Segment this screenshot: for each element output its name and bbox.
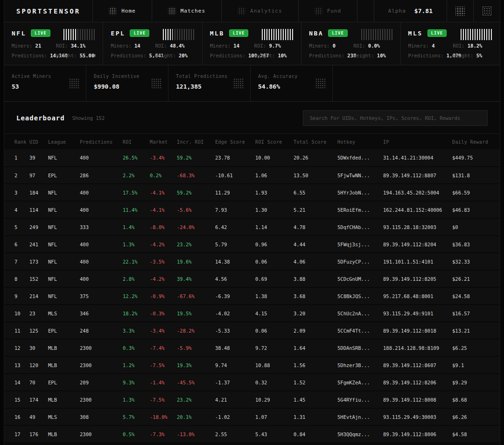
cell-incr-roi: 59.2% — [175, 149, 213, 167]
cell-uid: 23 — [28, 305, 46, 322]
cell-incr-roi: -13.0% — [175, 425, 213, 443]
cell-incr-roi: -45.5% — [175, 374, 213, 391]
cell-daily-reward: $8.68 — [450, 391, 500, 408]
league-stat-label: Weight: — [254, 53, 278, 58]
cell-uid: 125 — [28, 322, 46, 339]
league-stat-predictions: Predictions: 14,160 — [12, 53, 56, 58]
tab-analytics[interactable]: Analytics — [222, 0, 298, 22]
summary-stat-value: 53 — [12, 83, 78, 90]
tab-fund[interactable]: Fund — [299, 0, 357, 22]
table-row[interactable]: 8152NFL4002.8%-4.2%39.4%4.560.693.885CDc… — [4, 270, 500, 287]
table-row[interactable]: 15174MLB23001.3%-7.5%23.2%4.2110.291.455… — [4, 391, 500, 408]
cell-roi-score: 5.43 — [253, 425, 292, 443]
cell-hotkey: 5DDAnSRB... — [336, 339, 381, 356]
cell-league: NFL — [46, 184, 78, 201]
alpha-value: $7.81 — [414, 7, 433, 14]
cell-market: -0.3% — [148, 305, 175, 322]
cell-daily-reward: $9.29 — [450, 374, 500, 391]
summary-stat-label: Total Predictions — [176, 74, 243, 79]
cell-predictions: 333 — [78, 218, 121, 236]
cell-roi-score: 1.14 — [253, 218, 292, 236]
table-row[interactable]: 7173NFL40022.1%-3.5%19.6%14.380.064.065D… — [4, 253, 500, 270]
cell-roi-score: 1.30 — [253, 201, 292, 218]
league-name: NFL — [12, 30, 26, 37]
league-stat-label: ROI: — [56, 43, 71, 49]
summary-stat-label: Active Miners — [12, 74, 78, 79]
cell-edge-score: 14.38 — [213, 253, 253, 270]
league-stats: Miners: 0ROI: 0.0%Predictions: 238Weight… — [309, 43, 392, 58]
tab-home[interactable]: Home — [93, 0, 152, 22]
cell-total-score: 1.56 — [292, 356, 336, 374]
summary-stat-label: Daily Incentive — [94, 74, 161, 79]
table-row[interactable]: 3184NFL40017.5%-4.1%59.2%11.291.936.555H… — [4, 184, 500, 201]
column-header-rank: Rank — [4, 134, 28, 149]
live-badge: LIVE — [328, 29, 348, 37]
table-row[interactable]: 5249NFL3331.4%-8.0%-24.0%6.421.144.785Dq… — [4, 218, 500, 236]
league-stat-label: Predictions: — [309, 53, 347, 58]
column-header-league: League — [46, 134, 78, 149]
search-input[interactable] — [303, 110, 488, 126]
cell-incr-roi: 19.5% — [175, 305, 213, 322]
league-stat-value: 55.0000 — [80, 53, 96, 58]
cell-daily-reward: $449.75 — [450, 149, 500, 167]
table-row[interactable]: 6241NFL4001.3%-4.2%23.2%5.790.964.445FWq… — [4, 236, 500, 253]
table-row[interactable]: 297EPL2862.2%0.2%-68.3%-10.611.0613.505F… — [4, 167, 500, 184]
cell-predictions: 2300 — [78, 356, 121, 374]
league-stat-roi: ROI: 18.2% — [453, 43, 492, 49]
league-stat-miners: Miners: 14 — [111, 43, 155, 49]
cell-total-score: 1.52 — [292, 374, 336, 391]
grid-menu-button[interactable] — [447, 0, 473, 22]
league-name: NBA — [309, 30, 323, 37]
league-stat-value: 10% — [377, 53, 386, 58]
alpha-label: Alpha — [388, 8, 406, 14]
league-stat-label: Miners: — [12, 43, 35, 49]
cell-ip: 93.115.29.49:30003 — [381, 408, 450, 425]
frame-select-button[interactable] — [474, 0, 500, 22]
league-stat-label: Predictions: — [408, 53, 447, 58]
cell-predictions: 400 — [78, 184, 121, 201]
table-row[interactable]: 9214NFL37512.2%-0.9%-67.6%-6.391.383.685… — [4, 287, 500, 305]
cell-roi: 3.3% — [121, 322, 148, 339]
league-stat-label: ROI: — [254, 43, 269, 49]
cell-roi: 1.3% — [121, 391, 148, 408]
table-row[interactable]: 11125EPL2483.3%-3.4%-28.2%-5.330.062.095… — [4, 322, 500, 339]
cell-incr-roi: 20.1% — [175, 408, 213, 425]
column-header-daily-reward: Daily Reward — [450, 134, 500, 149]
cell-roi: 12.2% — [121, 287, 148, 305]
cell-ip: 95.217.68.48:8001 — [381, 287, 450, 305]
cell-uid: 152 — [28, 270, 46, 287]
cell-roi-score: 4.15 — [253, 305, 292, 322]
table-row[interactable]: 139NFL40026.5%-3.4%59.2%23.7810.0020.265… — [4, 149, 500, 167]
table-row[interactable]: 13120MLB23001.2%-7.5%19.3%9.7410.881.565… — [4, 356, 500, 374]
table-row[interactable]: 4114NFL40011.4%-4.1%-5.6%7.931.305.215ER… — [4, 201, 500, 218]
cell-hotkey: 5FjwTwNN... — [336, 167, 381, 184]
cell-roi: 1.2% — [121, 356, 148, 374]
cell-market: -1.4% — [148, 374, 175, 391]
cell-market: -3.5% — [148, 253, 175, 270]
table-row[interactable]: 1023MLS34618.2%-0.3%19.5%-4.024.153.205C… — [4, 305, 500, 322]
league-name: EPL — [111, 30, 125, 37]
league-stat-weight: Weight: 55.0000 — [56, 53, 95, 58]
cell-roi: 18.2% — [121, 305, 148, 322]
table-row[interactable]: 1649MLS3085.7%-18.0%20.1%-1.021.071.315H… — [4, 408, 500, 425]
cell-roi: 1.3% — [121, 236, 148, 253]
cell-total-score: 3.20 — [292, 305, 336, 322]
summary-stat-value: $990.08 — [94, 83, 161, 90]
cell-predictions: 286 — [78, 167, 121, 184]
league-stat-predictions: Predictions: 100,267 — [210, 53, 254, 58]
league-stat-label: Miners: — [408, 43, 432, 49]
summary-stat-daily-incentive: Daily Incentive$990.08 — [86, 65, 168, 101]
cell-predictions: 346 — [78, 305, 121, 322]
cell-hotkey: 5H3QQqmz... — [336, 425, 381, 443]
cell-roi-score: 0.06 — [253, 322, 292, 339]
tab-matches[interactable]: Matches — [152, 0, 221, 22]
table-row[interactable]: 17176MLB23000.5%-7.3%-13.0%2.555.430.845… — [4, 425, 500, 443]
table-row[interactable]: 1230MLB23000.3%-7.4%-5.9%38.489.721.645D… — [4, 339, 500, 356]
cell-roi-score: 0.69 — [253, 270, 292, 287]
league-stats: Miners: 21ROI: 34.1%Predictions: 14,160W… — [12, 43, 95, 58]
table-row[interactable]: 1470EPL2099.3%-1.4%-45.5%-1.370.321.525F… — [4, 374, 500, 391]
weight-meter — [361, 29, 394, 40]
cell-edge-score: -1.37 — [213, 374, 253, 391]
matches-icon — [168, 7, 176, 15]
cell-edge-score: -4.02 — [213, 305, 253, 322]
